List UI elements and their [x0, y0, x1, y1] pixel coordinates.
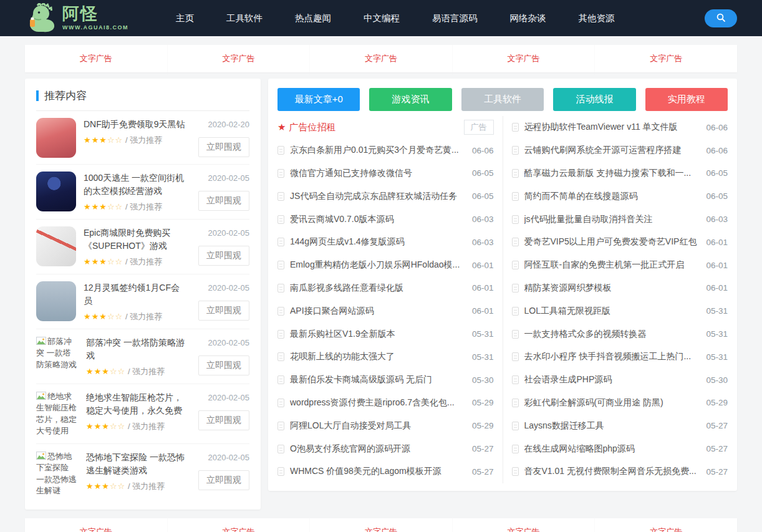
nav-item[interactable]: 其他资源	[562, 6, 631, 31]
article-row[interactable]: 云铺购代刷网系统全开源可运营程序搭建 06-06	[512, 139, 728, 162]
article-row[interactable]: Emlog重构精仿老版小刀娱乐网HFoldao模... 06-01	[277, 254, 494, 277]
text-ad-link[interactable]: 文字广告	[167, 45, 310, 72]
article-row[interactable]: 144g网页生成v1.4修复版源码 06-03	[277, 231, 494, 254]
article-link[interactable]: 阿狸LOL大厅自动接受对局工具	[290, 420, 466, 432]
text-ad-link[interactable]: 文字广告	[309, 45, 452, 72]
nav-item[interactable]: 中文编程	[347, 6, 416, 31]
item-title-link[interactable]: 1000天逃生 一款空间街机的太空模拟经营游戏	[84, 172, 186, 198]
article-row[interactable]: 简约而不简单的在线搜题源码 06-05	[512, 185, 728, 208]
article-link[interactable]: 云铺购代刷网系统全开源可运营程序搭建	[524, 145, 700, 156]
article-link[interactable]: 爱奇艺VIP5以上用户可免费发爱奇艺VIP红包	[524, 236, 700, 248]
item-thumbnail[interactable]	[36, 172, 76, 211]
article-link[interactable]: LOL工具箱无限视距版	[524, 306, 700, 317]
article-link[interactable]: 简约而不简单的在线搜题源码	[524, 191, 700, 202]
article-link[interactable]: 南瓜影视多线路任意看绿化版	[290, 283, 466, 294]
article-link[interactable]: API接口聚合网站源码	[290, 306, 466, 317]
nav-item[interactable]: 易语言源码	[416, 6, 494, 31]
view-now-button[interactable]: 立即围观	[198, 301, 249, 321]
article-row[interactable]: 酷享磁力云最新版 支持磁力搜索下载和一... 06-05	[512, 162, 728, 185]
article-row[interactable]: 音友V1.01 无视付费限制全网音乐无损免费... 05-27	[512, 460, 728, 483]
view-now-button[interactable]: 立即围观	[198, 137, 249, 157]
article-row[interactable]: WHMCS 价值98美元的Lagom模板开源 05-27	[277, 460, 494, 483]
article-row[interactable]: LOL工具箱无限视距版 05-31	[512, 299, 728, 322]
article-row[interactable]: 远程协助软件TeamViewer v11 单文件版 06-06	[512, 116, 728, 139]
article-row[interactable]: 社会语录生成PHP源码 05-30	[512, 369, 728, 392]
view-now-button[interactable]: 立即围观	[198, 246, 249, 266]
article-link[interactable]: WHMCS 价值98美元的Lagom模板开源	[290, 466, 466, 477]
article-row[interactable]: 阿怪互联-自家的免费主机第一批正式开启 06-01	[512, 254, 728, 277]
view-now-button[interactable]: 立即围观	[198, 191, 249, 211]
broken-thumbnail[interactable]: 部落冲突 一款塔防策略游戏	[36, 336, 79, 377]
category-button[interactable]: 活动线报	[553, 88, 635, 111]
article-row[interactable]: 爱奇艺VIP5以上用户可免费发爱奇艺VIP红包 06-01	[512, 231, 728, 254]
broken-thumbnail[interactable]: 恐怖地下室探险 一款恐怖逃生解谜	[36, 451, 79, 497]
item-title-link[interactable]: DNF助手免费领取9天黑钻	[84, 118, 186, 131]
article-link[interactable]: 爱讯云商城V0.7.0版本源码	[290, 214, 466, 225]
article-link[interactable]: 微信官方通知已支持修改微信号	[290, 168, 466, 179]
article-row[interactable]: 最新乐购社区V1.9全新版本 05-31	[277, 322, 494, 346]
text-ad-link[interactable]: 文字广告	[594, 518, 737, 532]
article-link[interactable]: 彩虹代刷全解源码(可商业用途 防黑)	[524, 397, 700, 409]
nav-item[interactable]: 网络杂谈	[494, 6, 562, 31]
text-ad-link[interactable]: 文字广告	[452, 45, 595, 72]
category-button[interactable]: 工具软件	[461, 88, 544, 111]
site-logo[interactable]: 阿怪 WWW.AGUAI8.COM	[25, 3, 128, 33]
article-link[interactable]: JS代码全自动完成京东品牌狂欢城活动任务	[290, 191, 466, 202]
article-row[interactable]: 花呗新上线的功能太强大了 05-31	[277, 346, 494, 369]
article-link[interactable]: 一款支持格式众多的视频转换器	[524, 329, 700, 340]
text-ad-link[interactable]: 文字广告	[452, 518, 595, 532]
article-row[interactable]: JS代码全自动完成京东品牌狂欢城活动任务 06-05	[277, 185, 494, 208]
view-now-button[interactable]: 立即围观	[198, 355, 249, 375]
category-button[interactable]: 实用教程	[645, 88, 728, 111]
text-ad-link[interactable]: 文字广告	[167, 518, 310, 532]
item-title-link[interactable]: 恐怖地下室探险 一款恐怖逃生解谜类游戏	[86, 451, 186, 477]
category-button[interactable]: 最新文章+0	[277, 88, 360, 111]
article-link[interactable]: 最新伯乐发卡商城高级版源码 无后门	[290, 374, 466, 385]
item-title-link[interactable]: 12月灵狐签约领1月CF会员	[84, 281, 186, 307]
article-link[interactable]: 精防某资源网织梦模板	[524, 283, 700, 294]
article-link[interactable]: 远程协助软件TeamViewer v11 单文件版	[524, 122, 700, 133]
article-row[interactable]: 精防某资源网织梦模板 06-01	[512, 277, 728, 300]
item-title-link[interactable]: 部落冲突 一款塔防策略游戏	[86, 336, 186, 362]
article-row[interactable]: 最新伯乐发卡商城高级版源码 无后门 05-30	[277, 369, 494, 392]
search-button[interactable]	[705, 9, 737, 27]
item-thumbnail[interactable]	[36, 118, 76, 158]
article-link[interactable]: 音友V1.01 无视付费限制全网音乐无损免费...	[524, 466, 700, 477]
article-row[interactable]: 南瓜影视多线路任意看绿化版 06-01	[277, 277, 494, 300]
article-link[interactable]: Laysns数据迁移工具	[524, 420, 700, 432]
article-row[interactable]: 去水印小程序 快手抖音视频搬运工上热门... 05-31	[512, 346, 728, 369]
article-link[interactable]: 社会语录生成PHP源码	[524, 374, 700, 385]
text-ad-link[interactable]: 文字广告	[25, 45, 167, 72]
nav-item[interactable]: 主页	[160, 6, 210, 31]
article-link[interactable]: wordpress资源付费主题ripro6.7含美化包...	[290, 397, 466, 409]
article-row[interactable]: O泡易支付系统官网的源码开源 05-27	[277, 437, 494, 460]
article-row[interactable]: 爱讯云商城V0.7.0版本源码 06-03	[277, 208, 494, 231]
text-ad-link[interactable]: 文字广告	[309, 518, 452, 532]
view-now-button[interactable]: 立即围观	[198, 470, 249, 490]
article-row[interactable]: js代码批量批量自动取消抖音关注 06-03	[512, 208, 728, 231]
article-link[interactable]: O泡易支付系统官网的源码开源	[290, 443, 466, 455]
text-ad-link[interactable]: 文字广告	[25, 518, 167, 532]
article-row[interactable]: Laysns数据迁移工具 05-27	[512, 414, 728, 437]
article-link[interactable]: 花呗新上线的功能太强大了	[290, 351, 466, 362]
article-link[interactable]: js代码批量批量自动取消抖音关注	[524, 214, 700, 225]
article-link[interactable]: 京东白条新用户0.01元购买3个月爱奇艺黄...	[290, 145, 466, 156]
nav-item[interactable]: 工具软件	[210, 6, 279, 31]
article-link[interactable]: 最新乐购社区V1.9全新版本	[290, 329, 466, 340]
nav-item[interactable]: 热点趣闻	[279, 6, 347, 31]
item-thumbnail[interactable]	[36, 226, 76, 266]
text-ad-link[interactable]: 文字广告	[594, 45, 737, 72]
article-row[interactable]: 彩虹代刷全解源码(可商业用途 防黑) 05-29	[512, 392, 728, 415]
article-row[interactable]: API接口聚合网站源码 06-01	[277, 299, 494, 322]
item-title-link[interactable]: Epic商城限时免费购买《SUPERHOT》游戏	[84, 226, 186, 253]
article-row[interactable]: 京东白条新用户0.01元购买3个月爱奇艺黄... 06-06	[277, 139, 494, 162]
item-title-link[interactable]: 绝地求生智能压枪芯片，稳定大号使用，永久免费	[86, 391, 186, 417]
article-link[interactable]: Emlog重构精仿老版小刀娱乐网HFoldao模...	[290, 259, 466, 271]
article-row[interactable]: 一款支持格式众多的视频转换器 05-31	[512, 322, 728, 346]
article-row[interactable]: wordpress资源付费主题ripro6.7含美化包... 05-29	[277, 392, 494, 415]
article-link[interactable]: 在线生成网站缩略图php源码	[524, 443, 700, 455]
ad-slot-row[interactable]: ★ 广告位招租 广告	[277, 116, 494, 139]
article-link[interactable]: 阿怪互联-自家的免费主机第一批正式开启	[524, 259, 700, 271]
article-row[interactable]: 在线生成网站缩略图php源码 05-27	[512, 437, 728, 460]
view-now-button[interactable]: 立即围观	[198, 410, 249, 430]
